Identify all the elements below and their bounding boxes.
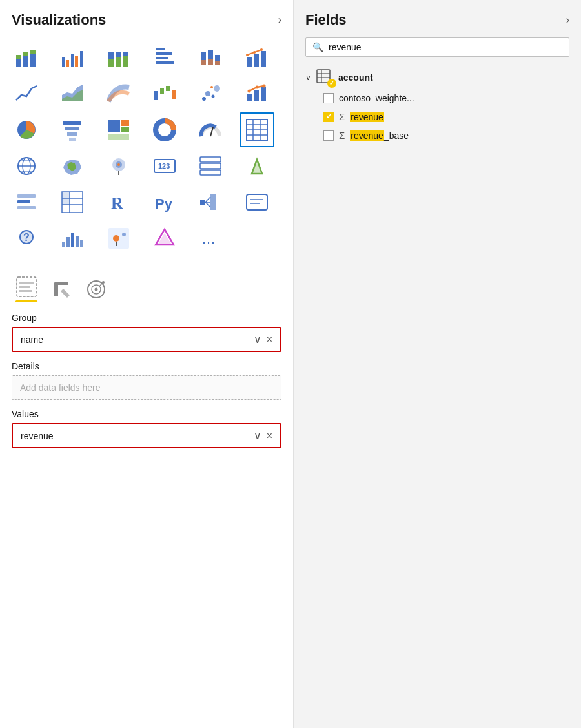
viz-funnel[interactable] <box>55 112 90 147</box>
viz-area-chart[interactable] <box>55 76 90 111</box>
svg-rect-16 <box>123 56 128 67</box>
viz-slicer[interactable] <box>9 185 44 220</box>
viz-gauge[interactable] <box>193 112 228 147</box>
group-chevron-icon[interactable]: ∨ <box>254 333 261 346</box>
fields-panel-expand-icon[interactable]: › <box>566 14 569 26</box>
svg-rect-0 <box>16 59 21 67</box>
viz-azure-map[interactable] <box>101 149 136 183</box>
svg-rect-53 <box>67 132 77 136</box>
tree-expand-icon[interactable]: ∨ <box>305 73 311 82</box>
viz-clustered-bar[interactable] <box>55 40 90 75</box>
svg-point-31 <box>253 51 256 54</box>
viz-kpi[interactable] <box>240 149 274 183</box>
svg-point-48 <box>255 86 258 89</box>
svg-rect-86 <box>17 206 36 209</box>
svg-rect-121 <box>19 282 34 284</box>
group-label: Group <box>12 313 281 323</box>
svg-rect-92 <box>62 198 70 205</box>
viz-line-chart[interactable] <box>9 76 44 111</box>
viz-map[interactable] <box>9 149 44 183</box>
viz-histogram[interactable] <box>55 221 90 256</box>
svg-rect-122 <box>19 286 30 288</box>
svg-rect-54 <box>69 138 76 141</box>
details-drop-zone[interactable]: Add data fields here <box>12 375 281 400</box>
viz-combo[interactable] <box>240 76 274 111</box>
svg-point-60 <box>161 126 168 134</box>
viz-table[interactable] <box>240 112 274 147</box>
svg-rect-84 <box>17 194 36 198</box>
viz-treemap[interactable] <box>101 112 136 147</box>
fields-panel: Fields › 🔍 ∨ ✓ account <box>294 0 581 728</box>
svg-point-128 <box>95 287 98 291</box>
viz-python[interactable]: Py <box>147 185 182 220</box>
viz-fields-section: Group name ∨ × Details Add data fields h… <box>0 305 293 728</box>
search-icon: 🔍 <box>312 42 323 52</box>
revenue-base-checkbox[interactable] <box>323 130 334 141</box>
svg-rect-38 <box>172 90 176 99</box>
viz-qa[interactable]: ? <box>9 221 44 256</box>
viz-r-visual[interactable]: R <box>101 185 136 220</box>
group-close-icon[interactable]: × <box>267 334 272 346</box>
tab-format[interactable] <box>46 276 76 303</box>
viz-tabs <box>0 267 293 305</box>
values-close-icon[interactable]: × <box>267 430 272 442</box>
fields-tree: ∨ ✓ account contoso_weighte... <box>294 66 581 145</box>
tab-analytics[interactable] <box>81 276 111 303</box>
viz-multi-row-card[interactable] <box>193 149 228 183</box>
tab-build[interactable] <box>12 273 41 305</box>
details-label: Details <box>12 361 281 371</box>
svg-rect-9 <box>75 56 78 67</box>
svg-rect-124 <box>54 284 58 296</box>
values-chip: revenue ∨ × <box>21 430 272 442</box>
group-drop-zone[interactable]: name ∨ × <box>12 327 281 352</box>
contoso-checkbox[interactable] <box>323 93 334 103</box>
svg-rect-111 <box>76 236 79 247</box>
viz-ribbon-chart[interactable] <box>101 76 136 111</box>
list-item: contoso_weighte... <box>323 89 569 107</box>
svg-rect-7 <box>66 60 69 67</box>
tree-item-account[interactable]: ∨ ✓ account <box>305 66 569 89</box>
viz-matrix[interactable] <box>55 185 90 220</box>
svg-point-40 <box>205 91 210 96</box>
svg-rect-46 <box>261 87 266 101</box>
search-input[interactable] <box>329 42 562 52</box>
viz-panel-expand-icon[interactable]: › <box>278 14 281 26</box>
svg-rect-26 <box>215 61 220 65</box>
viz-waterfall[interactable] <box>147 76 182 111</box>
viz-stacked-col[interactable] <box>193 40 228 75</box>
svg-rect-1 <box>16 55 21 59</box>
viz-scatter[interactable] <box>193 76 228 111</box>
values-chevron-icon[interactable]: ∨ <box>254 430 261 442</box>
values-drop-zone[interactable]: revenue ∨ × <box>12 423 281 448</box>
viz-card[interactable]: 123 <box>147 149 182 183</box>
svg-rect-22 <box>201 60 206 65</box>
svg-rect-8 <box>71 54 74 67</box>
viz-smart-narrative[interactable] <box>240 185 274 220</box>
viz-custom1[interactable] <box>147 221 182 256</box>
revenue-highlight: revenue <box>350 112 384 122</box>
viz-more[interactable]: … <box>193 221 228 256</box>
tab-build-underline <box>15 300 37 302</box>
viz-pie-chart[interactable] <box>9 112 44 147</box>
viz-bar-chart[interactable] <box>147 40 182 75</box>
viz-line-col[interactable] <box>240 40 274 75</box>
svg-rect-19 <box>156 52 172 55</box>
viz-donut[interactable] <box>147 112 182 147</box>
svg-text:…: … <box>201 231 216 247</box>
group-chip-text: name <box>21 335 43 345</box>
svg-text:123: 123 <box>158 162 170 170</box>
viz-stacked-bar-100[interactable] <box>101 40 136 75</box>
svg-rect-35 <box>154 91 158 100</box>
viz-shape-map[interactable] <box>55 149 90 183</box>
viz-decomposition-tree[interactable] <box>193 185 228 220</box>
viz-azure-maps2[interactable] <box>101 221 136 256</box>
svg-point-43 <box>210 86 213 88</box>
viz-stacked-bar[interactable] <box>9 40 44 75</box>
svg-point-116 <box>122 233 126 236</box>
fields-search-box[interactable]: 🔍 <box>305 37 569 57</box>
revenue-base-label: revenue_base <box>350 130 409 141</box>
tree-account-label: account <box>338 72 373 83</box>
svg-rect-110 <box>71 233 74 247</box>
revenue-checkbox[interactable] <box>323 112 334 122</box>
svg-rect-12 <box>108 59 114 67</box>
